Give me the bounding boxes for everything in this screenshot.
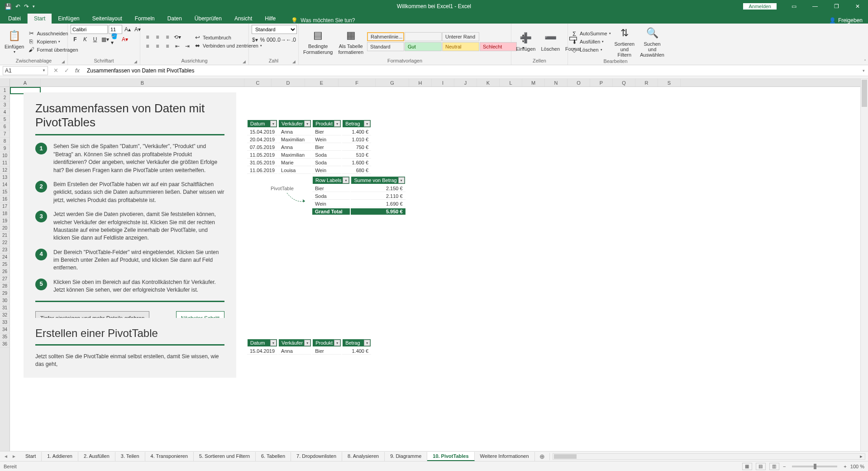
orientation-icon[interactable]: ⟲▾ [173, 33, 182, 42]
sheet-tab[interactable]: 1. Addieren [42, 452, 78, 461]
filter-dropdown-icon[interactable]: ▼ [334, 340, 340, 346]
col-header[interactable]: R [635, 79, 658, 87]
row-header[interactable]: 35 [0, 333, 10, 341]
qat-customize-icon[interactable]: ▾ [33, 4, 35, 9]
table-cell[interactable]: 1.600 € [342, 159, 371, 166]
row-header[interactable]: 34 [0, 326, 10, 333]
formula-input[interactable] [84, 66, 859, 75]
cell-style-border[interactable]: Rahmenlinie... [367, 32, 404, 41]
undo-icon[interactable]: ↶ [15, 3, 20, 10]
increase-font-icon[interactable]: A▴ [123, 25, 132, 34]
align-right-icon[interactable]: ≡ [163, 42, 172, 51]
row-header[interactable]: 12 [0, 167, 10, 174]
table-cell[interactable]: 680 € [342, 167, 371, 174]
zoom-out-icon[interactable]: − [783, 464, 786, 469]
accounting-icon[interactable]: $▾ [252, 35, 258, 44]
row-header[interactable]: 26 [0, 268, 10, 275]
scrollbar-thumb[interactable] [862, 80, 867, 107]
row-header[interactable]: 11 [0, 159, 10, 167]
conditional-formatting-button[interactable]: ▤Bedingte Formatierung [301, 27, 334, 55]
share-button[interactable]: 👤 Freigeben [829, 17, 863, 24]
ribbon-tab-ansicht[interactable]: Ansicht [228, 14, 258, 24]
sheet-tab[interactable]: 8. Analysieren [342, 452, 385, 461]
row-header[interactable]: 28 [0, 283, 10, 290]
sheet-tab[interactable]: 5. Sortieren und Filtern [194, 452, 256, 461]
align-launcher-icon[interactable]: ◢ [243, 59, 246, 64]
row-header[interactable]: 18 [0, 210, 10, 217]
col-header[interactable]: B [41, 79, 244, 87]
ribbon-tab-überprüfen[interactable]: Überprüfen [188, 14, 228, 24]
col-header[interactable]: E [305, 79, 339, 87]
table-header[interactable]: Datum▼ [247, 339, 277, 347]
delete-cells-button[interactable]: ➖Löschen [539, 30, 562, 53]
align-center-icon[interactable]: ≡ [153, 42, 162, 51]
page-break-view-icon[interactable]: ▥ [769, 463, 779, 470]
col-header[interactable]: A [10, 79, 41, 87]
number-launcher-icon[interactable]: ◢ [292, 59, 296, 64]
autosum-button[interactable]: ΣAutoSumme ▾ [571, 29, 611, 38]
row-header[interactable]: 32 [0, 312, 10, 319]
indent-inc-icon[interactable]: ⇥ [183, 42, 192, 51]
comma-icon[interactable]: 000 [267, 35, 276, 44]
row-header[interactable]: 4 [0, 109, 10, 116]
sheet-tab[interactable]: Start [20, 452, 42, 461]
select-all-corner[interactable] [0, 79, 10, 87]
clipboard-launcher-icon[interactable]: ◢ [62, 59, 65, 64]
table-cell[interactable]: Louisa [278, 167, 311, 174]
table-header[interactable]: Betrag▼ [342, 120, 371, 128]
font-launcher-icon[interactable]: ◢ [134, 59, 137, 64]
table-cell[interactable]: 1.400 € [342, 129, 371, 135]
filter-dropdown-icon[interactable]: ▼ [343, 177, 349, 183]
row-header[interactable]: 3 [0, 101, 10, 109]
table-cell[interactable]: Soda [312, 159, 341, 166]
sheet-tab[interactable]: 6. Tabellen [256, 452, 291, 461]
table-header[interactable]: Produkt▼ [312, 339, 341, 347]
table-cell[interactable]: 15.04.2019 [247, 129, 277, 135]
row-header[interactable]: 17 [0, 203, 10, 210]
table-cell[interactable]: 750 € [342, 144, 371, 151]
row-header[interactable]: 6 [0, 123, 10, 130]
paste-button[interactable]: 📋 Einfügen ▾ [3, 28, 26, 55]
table-cell[interactable]: 07.05.2019 [247, 144, 277, 151]
table-header[interactable]: Row Labels▼ [312, 176, 350, 184]
table-cell[interactable]: 20.04.2019 [247, 136, 277, 143]
enter-formula-icon[interactable]: ✓ [62, 66, 72, 75]
cell-style-standard[interactable]: Standard [367, 42, 404, 51]
row-header[interactable]: 27 [0, 275, 10, 283]
font-color-button[interactable]: A▾ [120, 35, 129, 44]
row-header[interactable]: 31 [0, 304, 10, 312]
hscroll-right-icon[interactable]: ► [858, 454, 865, 459]
row-header[interactable]: 30 [0, 297, 10, 304]
col-header[interactable]: L [500, 79, 522, 87]
cell-style-bottom-border[interactable]: Unterer Rand [442, 32, 479, 41]
normal-view-icon[interactable]: ▦ [742, 463, 752, 470]
table-cell[interactable]: 2.110 € [351, 193, 405, 200]
chevron-down-icon[interactable]: ▼ [42, 68, 46, 72]
table-cell[interactable]: 1.400 € [342, 348, 371, 355]
col-header[interactable]: I [432, 79, 454, 87]
row-header[interactable]: 25 [0, 261, 10, 268]
row-header[interactable]: 5 [0, 116, 10, 123]
col-header[interactable]: S [658, 79, 681, 87]
hscroll-thumb[interactable] [554, 454, 577, 459]
col-header[interactable]: H [409, 79, 432, 87]
horizontal-scrollbar[interactable]: ◄ ► [553, 453, 865, 460]
ribbon-tab-formeln[interactable]: Formeln [129, 14, 161, 24]
row-header[interactable]: 16 [0, 196, 10, 203]
row-header[interactable]: 13 [0, 174, 10, 181]
ribbon-tab-hilfe[interactable]: Hilfe [258, 14, 282, 24]
filter-dropdown-icon[interactable]: ▼ [364, 340, 370, 346]
col-header[interactable]: N [545, 79, 568, 87]
sheet-tab[interactable]: 7. Dropdownlisten [291, 452, 342, 461]
percent-icon[interactable]: % [259, 35, 266, 44]
filter-dropdown-icon[interactable]: ▼ [398, 177, 405, 183]
row-header[interactable]: 21 [0, 232, 10, 239]
row-header[interactable]: 33 [0, 319, 10, 326]
table-cell[interactable]: 1.690 € [351, 201, 405, 207]
sheet-tab[interactable]: 2. Ausfüllen [78, 452, 115, 461]
table-cell[interactable]: 31.05.2019 [247, 159, 277, 166]
col-header[interactable]: M [522, 79, 545, 87]
table-cell[interactable]: Marie [278, 159, 311, 166]
row-header[interactable]: 15 [0, 188, 10, 196]
sheet-tab[interactable]: Weitere Informationen [475, 452, 535, 461]
